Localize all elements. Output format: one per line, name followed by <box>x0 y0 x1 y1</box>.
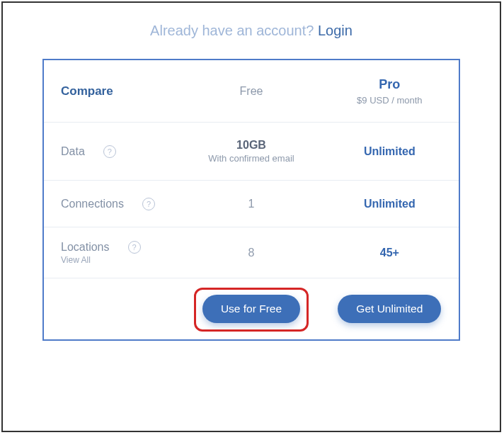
cell-data-label: Data ? <box>44 123 182 180</box>
login-link[interactable]: Login <box>318 23 353 38</box>
help-icon[interactable]: ? <box>142 198 155 210</box>
row-cta: Use for Free Get Unlimited <box>44 278 459 339</box>
cell-pro-header: Pro $9 USD / month <box>321 60 459 122</box>
cell-cta-pro: Get Unlimited <box>321 278 459 339</box>
cell-compare-header: Compare <box>44 60 182 122</box>
connections-pro-value: Unlimited <box>364 198 416 210</box>
cell-locations-free: 8 <box>182 227 320 278</box>
cell-connections-pro: Unlimited <box>321 181 459 227</box>
data-free-value: 10GB <box>236 139 266 152</box>
row-locations: Locations ? View All 8 45+ <box>44 227 459 278</box>
use-for-free-button[interactable]: Use for Free <box>202 295 300 323</box>
pro-header: Pro <box>379 77 400 92</box>
cell-cta-blank <box>44 278 182 339</box>
connections-label: Connections <box>61 198 124 210</box>
data-label: Data <box>61 145 85 158</box>
locations-label: Locations <box>61 241 110 254</box>
compare-table: Compare Free Pro $9 USD / month Data ? 1… <box>42 59 460 341</box>
connections-free-value: 1 <box>248 198 255 210</box>
get-unlimited-button[interactable]: Get Unlimited <box>338 295 441 323</box>
cell-data-pro: Unlimited <box>321 123 459 180</box>
pro-price: $9 USD / month <box>357 95 423 106</box>
data-free-sub: With confirmed email <box>208 153 294 164</box>
row-connections: Connections ? 1 Unlimited <box>44 181 459 227</box>
cell-data-free: 10GB With confirmed email <box>182 123 320 180</box>
help-icon[interactable]: ? <box>128 241 141 254</box>
cell-locations-pro: 45+ <box>321 227 459 278</box>
login-prompt: Already have an account? <box>150 23 318 38</box>
screenshot-frame: Already have an account? Login Compare F… <box>1 1 501 432</box>
row-data: Data ? 10GB With confirmed email Unlimit… <box>44 123 459 181</box>
view-all-link[interactable]: View All <box>61 255 91 265</box>
cell-connections-label: Connections ? <box>44 181 182 227</box>
compare-label: Compare <box>61 84 113 98</box>
locations-pro-value: 45+ <box>380 247 399 259</box>
highlight-wrapper: Use for Free <box>202 295 300 323</box>
locations-free-value: 8 <box>248 247 255 259</box>
cell-free-header: Free <box>182 60 320 122</box>
cell-locations-label: Locations ? View All <box>44 227 182 278</box>
row-header: Compare Free Pro $9 USD / month <box>44 60 459 123</box>
data-pro-value: Unlimited <box>364 145 416 158</box>
cell-connections-free: 1 <box>182 181 320 227</box>
free-header: Free <box>240 85 263 98</box>
cell-cta-free: Use for Free <box>182 278 320 339</box>
help-icon[interactable]: ? <box>103 145 116 158</box>
login-line: Already have an account? Login <box>3 3 500 59</box>
